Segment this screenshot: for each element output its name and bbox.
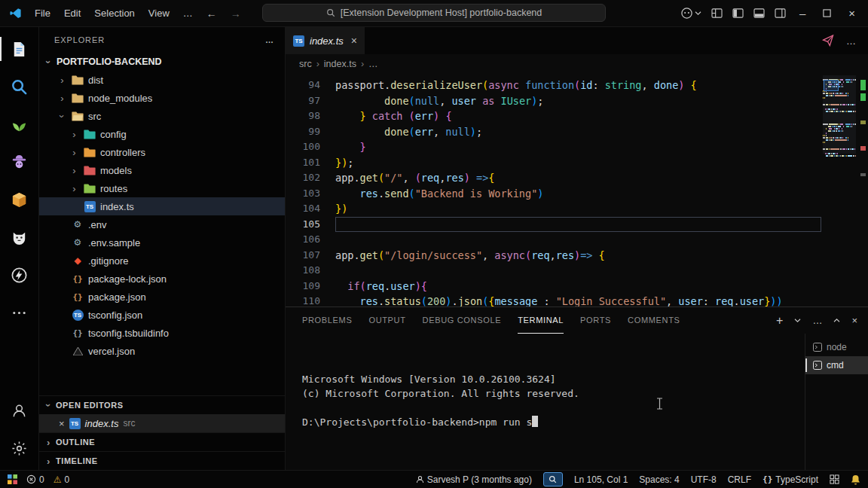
close-icon[interactable]: ×: [59, 418, 65, 429]
menu-file[interactable]: File: [28, 8, 57, 19]
tree-item-models[interactable]: ›models: [39, 161, 285, 179]
section-open-editors[interactable]: › OPEN EDITORS: [39, 395, 285, 414]
code-line-107[interactable]: 107app.get("/login/success", async(req,r…: [286, 248, 821, 264]
tree-item-routes[interactable]: ›routes: [39, 179, 285, 197]
panel-tab-terminal[interactable]: TERMINAL: [518, 307, 564, 334]
tree-item-index-ts[interactable]: TSindex.ts: [39, 197, 285, 215]
tree-item--gitignore[interactable]: ◆.gitignore: [39, 252, 285, 270]
tab-index-ts[interactable]: TS index.ts ×: [286, 27, 365, 54]
terminal[interactable]: Microsoft Windows [Version 10.0.26100.36…: [286, 334, 805, 470]
more-actions-icon[interactable]: …: [846, 35, 856, 47]
tree-item--env[interactable]: ⚙.env: [39, 215, 285, 233]
code-line-104[interactable]: 104}): [286, 201, 821, 217]
code-line-97[interactable]: 97 done(null, user as IUser);: [286, 93, 821, 109]
activity-item-explorer[interactable]: [0, 30, 39, 68]
tree-item-tsconfig-json[interactable]: TStsconfig.json: [39, 306, 285, 324]
panel-tab-ports[interactable]: PORTS: [580, 307, 611, 334]
activity-item-accounts[interactable]: [0, 392, 39, 429]
warnings-indicator[interactable]: ⚠ 0: [53, 474, 69, 485]
more-actions-icon[interactable]: …: [265, 35, 274, 44]
tree-item-config[interactable]: ›config: [39, 125, 285, 143]
code-line-99[interactable]: 99 done(err, null);: [286, 124, 821, 140]
terminal-dropdown-icon[interactable]: [794, 318, 801, 323]
activity-item-package-box[interactable]: [0, 181, 39, 218]
panel-tab-debug-console[interactable]: DEBUG CONSOLE: [423, 307, 502, 334]
notifications-bell-icon[interactable]: [851, 474, 860, 485]
menu-view[interactable]: View: [142, 8, 176, 19]
code-line-101[interactable]: 101});: [286, 155, 821, 171]
activity-item-settings-gear[interactable]: [0, 429, 39, 467]
code-line-98[interactable]: 98 } catch (err) {: [286, 108, 821, 124]
tree-item-package-lock-json[interactable]: {}package-lock.json: [39, 270, 285, 288]
tree-root-portfolio-backend[interactable]: › PORTFOLIO-BACKEND: [39, 53, 285, 71]
tree-item-src[interactable]: ›src: [39, 107, 285, 125]
close-panel-icon[interactable]: ×: [851, 315, 857, 326]
menu-overflow[interactable]: …: [176, 8, 200, 19]
code-line-103[interactable]: 103 res.send("Backend is Working"): [286, 186, 821, 202]
breadcrumb-item[interactable]: index.ts: [324, 59, 356, 69]
indentation-status[interactable]: Spaces: 4: [639, 474, 679, 485]
breadcrumb-item[interactable]: src: [299, 59, 312, 69]
forward-icon[interactable]: →: [224, 8, 248, 20]
code-line-108[interactable]: 108: [286, 263, 821, 279]
tree-item--env-sample[interactable]: ⚙.env.sample: [39, 233, 285, 252]
code-line-105[interactable]: 105: [286, 217, 821, 233]
maximize-button[interactable]: [819, 9, 835, 17]
panel-tab-problems[interactable]: PROBLEMS: [302, 307, 352, 334]
menu-edit[interactable]: Edit: [57, 8, 87, 19]
new-terminal-icon[interactable]: +: [776, 315, 783, 327]
tree-item-tsconfig-tsbuildinfo[interactable]: {}tsconfig.tsbuildinfo: [39, 324, 285, 342]
back-icon[interactable]: ←: [200, 8, 224, 20]
copilot-menu-icon[interactable]: [680, 7, 701, 20]
code-line-94[interactable]: 94passport.deserializeUser(async functio…: [286, 78, 821, 93]
activity-item-thunder-client[interactable]: [0, 256, 39, 294]
close-window-button[interactable]: ×: [845, 7, 859, 20]
open-editor-item-index-ts[interactable]: × TS index.ts src: [39, 414, 285, 432]
activity-item-cat[interactable]: [0, 218, 39, 256]
close-icon[interactable]: ×: [351, 35, 357, 47]
tree-item-vercel-json[interactable]: vercel.json: [39, 342, 285, 360]
tree-item-dist[interactable]: ›dist: [39, 71, 285, 89]
more-actions-icon[interactable]: …: [812, 315, 822, 326]
maximize-panel-icon[interactable]: [833, 318, 840, 323]
section-outline[interactable]: › OUTLINE: [39, 432, 285, 451]
menu-selection[interactable]: Selection: [87, 8, 141, 19]
terminal-instance-node[interactable]: node: [805, 338, 868, 356]
toggle-panel-icon[interactable]: [753, 8, 765, 18]
layout-grid-icon[interactable]: [711, 8, 723, 18]
eol-status[interactable]: CRLF: [728, 474, 751, 485]
activity-item-search[interactable]: [0, 68, 39, 105]
tree-item-node-modules[interactable]: ›node_modules: [39, 89, 285, 107]
tree-item-controllers[interactable]: ›controllers: [39, 143, 285, 161]
minimap[interactable]: [823, 75, 856, 307]
activity-item-agent[interactable]: [0, 143, 39, 181]
activity-item-source-control-plant[interactable]: [0, 105, 39, 143]
breadcrumb[interactable]: src›index.ts›…: [286, 54, 868, 74]
toggle-secondary-sidebar-icon[interactable]: [775, 8, 786, 18]
tree-item-package-json[interactable]: {}package.json: [39, 288, 285, 306]
code-line-106[interactable]: 106: [286, 232, 821, 248]
git-blame-status[interactable]: Sarvesh P (3 months ago): [416, 474, 532, 485]
panel-tab-comments[interactable]: COMMENTS: [628, 307, 680, 334]
encoding-status[interactable]: UTF-8: [691, 474, 717, 485]
section-timeline[interactable]: › TIMELINE: [39, 451, 285, 470]
code-line-102[interactable]: 102app.get("/", (req,res) =>{: [286, 170, 821, 186]
activity-item-more[interactable]: [0, 294, 39, 331]
code-line-109[interactable]: 109 if(req.user){: [286, 279, 821, 294]
code-editor[interactable]: 94passport.deserializeUser(async functio…: [286, 74, 868, 307]
panel-tab-output[interactable]: OUTPUT: [368, 307, 405, 334]
minimize-button[interactable]: –: [796, 7, 809, 20]
errors-indicator[interactable]: 0: [26, 474, 44, 485]
zoom-indicator[interactable]: [543, 472, 563, 486]
cursor-position-status[interactable]: Ln 105, Col 1: [574, 474, 628, 485]
status-logo-icon[interactable]: [8, 474, 17, 484]
command-center[interactable]: [Extension Development Host] portfolio-b…: [262, 4, 606, 22]
code-line-100[interactable]: 100 }: [286, 139, 821, 155]
code-line-110[interactable]: 110 res.status(200).json({message : "Log…: [286, 294, 821, 307]
send-request-icon[interactable]: [822, 35, 834, 47]
breadcrumb-item[interactable]: …: [368, 59, 378, 69]
toggle-sidebar-icon[interactable]: [732, 8, 744, 18]
language-status[interactable]: {} TypeScript: [763, 474, 818, 485]
feedback-icon[interactable]: [830, 474, 839, 484]
terminal-instance-cmd[interactable]: cmd: [805, 356, 868, 374]
